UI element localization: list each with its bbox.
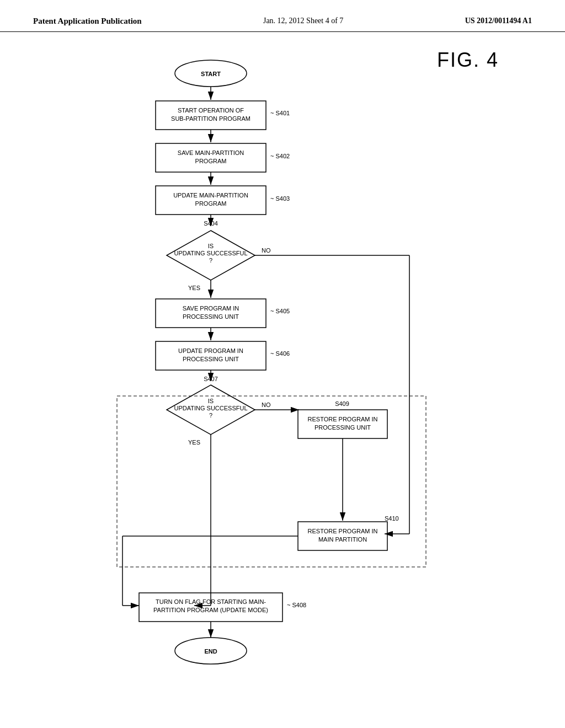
svg-text:PROGRAM: PROGRAM [195,158,227,164]
s401-label: ~ S401 [270,110,290,116]
s407-yes: YES [188,439,200,446]
svg-text:PROCESSING UNIT: PROCESSING UNIT [315,424,371,431]
publication-title: Patent Application Publication [33,17,142,26]
dashed-border [117,396,426,567]
svg-text:TURN ON FLAG FOR STARTING MAIN: TURN ON FLAG FOR STARTING MAIN- [156,598,266,605]
patent-number: US 2012/0011494 A1 [465,17,532,25]
s403-label: ~ S403 [270,195,290,202]
svg-text:UPDATE MAIN-PARTITION: UPDATE MAIN-PARTITION [173,192,248,199]
svg-text:PROCESSING UNIT: PROCESSING UNIT [183,313,239,320]
page: Patent Application Publication Jan. 12, … [0,0,565,728]
svg-text:IS: IS [208,243,214,249]
s410-label-tag: S410 [385,515,399,522]
svg-text:RESTORE PROGRAM IN: RESTORE PROGRAM IN [308,416,378,422]
s405-label: ~ S405 [270,308,290,314]
figure-label: FIG. 4 [437,49,499,72]
page-header: Patent Application Publication Jan. 12, … [0,0,565,32]
svg-text:UPDATE PROGRAM IN: UPDATE PROGRAM IN [178,347,243,354]
svg-text:IS: IS [208,398,214,404]
svg-text:PROCESSING UNIT: PROCESSING UNIT [183,356,239,362]
svg-text:UPDATING SUCCESSFUL: UPDATING SUCCESSFUL [174,405,247,411]
svg-text:MAIN PARTITION: MAIN PARTITION [318,536,367,543]
s409-label-tag: S409 [335,400,349,407]
svg-text:PARTITION PROGRAM (UPDATE MODE: PARTITION PROGRAM (UPDATE MODE) [153,607,268,613]
svg-text:RESTORE PROGRAM IN: RESTORE PROGRAM IN [308,528,378,534]
s404-no: NO [262,247,271,254]
svg-text:SAVE PROGRAM IN: SAVE PROGRAM IN [183,305,239,312]
s404-yes: YES [188,285,200,291]
s408-label: ~ S408 [287,602,306,608]
start-label: START [201,71,221,77]
sheet-info: Jan. 12, 2012 Sheet 4 of 7 [263,17,343,25]
s407-label: S407 [204,376,218,382]
svg-text:UPDATING SUCCESSFUL: UPDATING SUCCESSFUL [174,250,247,256]
s407-no: NO [262,402,271,408]
svg-text:SUB-PARTITION PROGRAM: SUB-PARTITION PROGRAM [171,115,250,122]
diagram-area: FIG. 4 text { font-family: Arial, sans-s… [0,32,565,699]
flowchart: text { font-family: Arial, sans-serif; f… [67,49,498,688]
s404-label: S404 [204,220,218,227]
svg-text:?: ? [209,412,212,419]
svg-text:START OPERATION OF: START OPERATION OF [178,107,244,114]
s406-label: ~ S406 [270,350,290,357]
svg-text:?: ? [209,257,212,264]
s402-label: ~ S402 [270,153,290,159]
end-label: END [204,648,217,655]
svg-text:PROGRAM: PROGRAM [195,200,227,207]
svg-text:SAVE MAIN-PARTITION: SAVE MAIN-PARTITION [178,149,244,156]
